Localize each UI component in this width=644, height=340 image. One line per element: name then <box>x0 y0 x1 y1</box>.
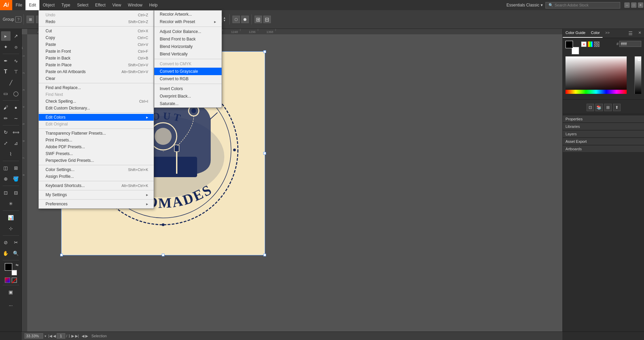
menu-edit[interactable]: Edit <box>25 0 39 10</box>
submenu-overprint-black[interactable]: Overprint Black... <box>154 92 222 100</box>
graph-tool[interactable]: 📊 <box>6 213 16 222</box>
pattern-mode-icon[interactable] <box>594 41 599 47</box>
align-left-icon[interactable]: ⊞ <box>255 16 262 23</box>
submenu-blend-horizontally[interactable]: Blend Horizontally <box>154 43 222 50</box>
perspective-selection-tool[interactable]: ⊟ <box>11 188 21 198</box>
workspace-selector[interactable]: Essentials Classic ▾ <box>504 3 545 7</box>
menu-redo[interactable]: Redo Shift+Ctrl+Z <box>39 18 154 25</box>
menu-my-settings[interactable]: My Settings ▸ <box>39 191 154 198</box>
menu-paste-in-front[interactable]: Paste in Front Ctrl+F <box>39 48 154 55</box>
nav-forward-btn[interactable]: ▶ <box>71 334 74 338</box>
menu-undo[interactable]: Undo Ctrl+Z <box>39 12 154 18</box>
eraser-tool[interactable]: ⊘ <box>1 238 11 247</box>
curvature-tool[interactable]: ∿ <box>11 56 21 66</box>
properties-icon[interactable]: ⊡ <box>587 104 594 111</box>
menu-check-spelling[interactable]: Check Spelling... Ctrl+I <box>39 98 154 105</box>
shape-builder-tool[interactable]: ⊕ <box>1 174 11 184</box>
menu-assign-profile[interactable]: Assign Profile... <box>39 173 154 180</box>
submenu-blend-vertically[interactable]: Blend Vertically <box>154 50 222 58</box>
swap-colors-icon[interactable]: ⇆ <box>16 263 18 267</box>
smooth-tool[interactable]: ∼ <box>11 114 21 123</box>
more-tools-icon[interactable]: ··· <box>6 301 16 310</box>
warp-icon[interactable]: ⬢ <box>241 16 249 23</box>
search-stock[interactable]: 🔍 Search Adobe Stock <box>545 2 620 8</box>
none-mode-icon[interactable]: ✕ <box>581 41 587 47</box>
libraries-icon[interactable]: 📚 <box>595 104 603 111</box>
menu-file[interactable]: File <box>12 0 25 10</box>
tab-color-guide[interactable]: Color Guide <box>563 29 588 38</box>
none-icon[interactable] <box>12 277 17 283</box>
submenu-recolor-artwork[interactable]: Recolor Artwork... <box>154 11 222 18</box>
menu-paste-in-place[interactable]: Paste in Place Shift+Ctrl+V <box>39 62 154 68</box>
perspective-grid-tool[interactable]: ⊡ <box>1 188 11 198</box>
ellipse-tool[interactable]: ◯ <box>11 89 21 98</box>
blob-brush-tool[interactable]: ● <box>11 103 21 112</box>
menu-type[interactable]: Type <box>58 0 74 10</box>
workspace-chevron[interactable]: ▾ <box>541 3 543 7</box>
menu-edit-colors[interactable]: Edit Colors ▸ <box>39 114 154 121</box>
pencil-tool[interactable]: ✏ <box>1 114 11 123</box>
menu-clear[interactable]: Clear <box>39 75 154 82</box>
menu-perspective-grid-presets[interactable]: Perspective Grid Presets... <box>39 157 154 164</box>
line-tool[interactable]: ╱ <box>6 78 16 87</box>
color-spectrum[interactable] <box>565 56 641 94</box>
lasso-tool[interactable]: ⌾ <box>11 42 21 52</box>
menu-transparency-flattener[interactable]: Transparency Flattener Presets... <box>39 130 154 137</box>
menu-window[interactable]: Window <box>124 0 146 10</box>
submenu-convert-to-cmyk[interactable]: Convert to CMYK <box>154 60 222 68</box>
menu-swf-presets[interactable]: SWF Presets... <box>39 150 154 157</box>
gradient-tool[interactable]: ◫ <box>1 163 11 173</box>
stroke-color-box[interactable] <box>12 270 17 275</box>
submenu-recolor-with-preset[interactable]: Recolor with Preset ▸ <box>154 18 222 26</box>
live-paint-tool[interactable]: 🪣 <box>11 174 21 184</box>
menu-keyboard-shortcuts[interactable]: Keyboard Shortcuts... Alt+Shift+Ctrl+K <box>39 182 154 189</box>
rect-tool[interactable]: ▭ <box>1 89 11 98</box>
transform-object-icon[interactable]: ⬡ <box>232 16 240 23</box>
menu-view[interactable]: View <box>109 0 125 10</box>
gradient-mode-icon[interactable] <box>588 41 593 47</box>
pen-tool[interactable]: ✒ <box>1 56 11 66</box>
zoom-tool[interactable]: 🔍 <box>11 249 21 258</box>
help-button[interactable]: ? <box>15 16 21 22</box>
menu-color-settings[interactable]: Color Settings... Shift+Ctrl+K <box>39 166 154 173</box>
libraries-panel-header[interactable]: Libraries <box>563 123 644 130</box>
menu-paste[interactable]: Paste Ctrl+V <box>39 41 154 48</box>
submenu-adjust-color-balance[interactable]: Adjust Color Balance... <box>154 28 222 35</box>
menu-find-next[interactable]: Find Next <box>39 91 154 98</box>
asset-export-panel-header[interactable]: Asset Export <box>563 138 644 145</box>
properties-panel-header[interactable]: Properties <box>563 116 644 123</box>
layers-panel-header[interactable]: Layers <box>563 131 644 138</box>
tab-expand[interactable]: >> <box>603 29 612 38</box>
scale-tool[interactable]: ⤢ <box>1 138 11 148</box>
warp-tool[interactable]: ⌇ <box>6 149 16 159</box>
asset-export-icon[interactable]: ⬆ <box>613 104 621 111</box>
direct-selection-tool[interactable]: ↗ <box>11 31 21 41</box>
paintbrush-tool[interactable]: 🖌 <box>1 103 11 112</box>
fill-color-swatch[interactable] <box>565 41 573 48</box>
maximize-button[interactable]: □ <box>631 2 637 8</box>
submenu-convert-to-grayscale[interactable]: Convert to Grayscale <box>154 68 222 75</box>
menu-help[interactable]: Help <box>146 0 161 10</box>
align-center-icon[interactable]: ⊟ <box>263 16 271 23</box>
nav-back-btn[interactable]: ◀ <box>53 334 56 338</box>
magic-wand-tool[interactable]: ✦ <box>1 42 11 52</box>
color-picker-cursor[interactable] <box>638 58 641 61</box>
transform-icon[interactable]: ⊞ <box>27 16 34 23</box>
scissors-tool[interactable]: ✂ <box>11 238 21 247</box>
menu-paste-in-back[interactable]: Paste in Back Ctrl+B <box>39 55 154 62</box>
nav-prev-btn[interactable]: |◀ <box>48 334 52 338</box>
submenu-invert-colors[interactable]: Invert Colors <box>154 85 222 92</box>
menu-object[interactable]: Object <box>39 0 58 10</box>
submenu-convert-to-rgb[interactable]: Convert to RGB <box>154 75 222 83</box>
menu-effect[interactable]: Effect <box>92 0 109 10</box>
menu-adobe-pdf-presets[interactable]: Adobe PDF Presets... <box>39 143 154 150</box>
symbol-sprayer-tool[interactable]: ✳ <box>6 199 16 208</box>
menu-print-presets[interactable]: Print Presets... <box>39 137 154 143</box>
hex-input[interactable] <box>619 41 641 47</box>
layers-icon[interactable]: ⊞ <box>604 104 612 111</box>
zoom-arrows[interactable]: ▾ <box>45 334 46 338</box>
fill-color-box[interactable] <box>5 263 12 271</box>
change-screen-mode[interactable]: ▣ <box>6 287 16 297</box>
submenu-saturate[interactable]: Saturate... <box>154 100 222 107</box>
menu-paste-on-artboards[interactable]: Paste on All Artboards Alt+Shift+Ctrl+V <box>39 68 154 75</box>
